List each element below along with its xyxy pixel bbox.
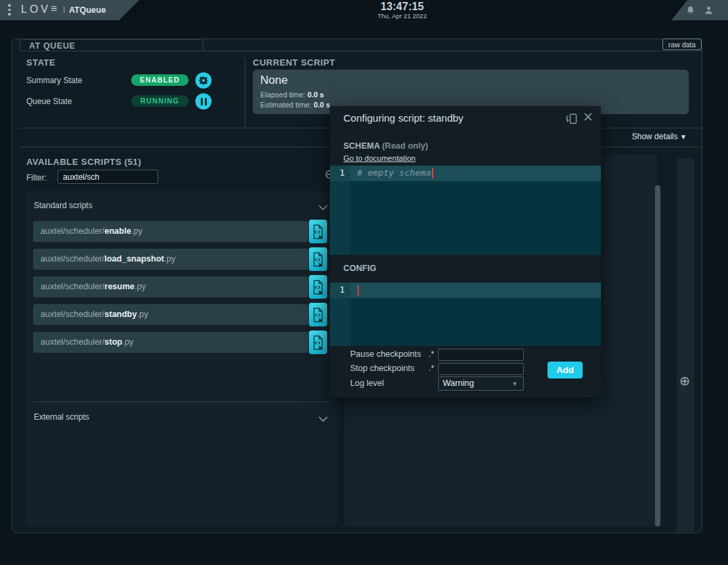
- pause-checkpoints-input[interactable]: [438, 349, 524, 361]
- filter-input[interactable]: [57, 170, 158, 184]
- script-launch-icon: [312, 251, 324, 268]
- launch-script-button[interactable]: [309, 330, 327, 354]
- available-scripts-title: AVAILABLE SCRIPTS (51): [26, 157, 141, 167]
- top-bar-user-area: [671, 0, 728, 20]
- menu-dots-icon[interactable]: [8, 4, 11, 16]
- script-row: auxtel/scheduler/stop.py: [33, 332, 308, 353]
- launch-script-button[interactable]: [309, 303, 327, 326]
- queue-pause-button[interactable]: [195, 93, 212, 109]
- queue-scrollbar[interactable]: [655, 185, 660, 526]
- pause-checkpoints-regex: .*: [429, 349, 434, 359]
- schema-editor[interactable]: 1 # empty schema: [330, 166, 601, 255]
- raw-data-button[interactable]: raw data: [662, 39, 702, 50]
- config-line-number: 1: [330, 282, 350, 298]
- chevron-down-icon: [318, 414, 328, 420]
- clock-date: Thu, Apr 21 2022: [351, 12, 453, 20]
- config-line-text: [350, 282, 601, 298]
- script-row: auxtel/scheduler/enable.py: [33, 221, 308, 242]
- expand-column-icon[interactable]: ⊕: [679, 374, 690, 387]
- launch-script-button[interactable]: [309, 220, 327, 243]
- chevron-down-icon: [318, 203, 328, 208]
- caret-down-icon: ▼: [512, 380, 518, 387]
- logo-e-glyph: ≡: [51, 3, 57, 15]
- gear-icon: [198, 75, 209, 86]
- text-cursor: [358, 285, 359, 295]
- log-level-select[interactable]: Warning ▼: [438, 376, 524, 391]
- standard-scripts-group[interactable]: Standard scripts: [34, 201, 329, 212]
- script-row: auxtel/scheduler/standby.py: [33, 304, 308, 325]
- logo-separator: I: [63, 5, 66, 15]
- script-launch-icon: [312, 307, 324, 323]
- log-level-value: Warning: [443, 378, 474, 388]
- state-section-title: STATE: [26, 57, 55, 68]
- app-title: ATQueue: [69, 5, 106, 15]
- user-account-icon[interactable]: [703, 5, 714, 16]
- current-script-title: CURRENT SCRIPT: [253, 57, 335, 68]
- schema-line-number: 1: [330, 166, 350, 181]
- pause-icon: [201, 98, 207, 105]
- config-section-title: CONFIG: [343, 264, 377, 273]
- queue-state-label: Queue State: [26, 97, 72, 106]
- top-bar: LOV≡ I ATQueue 13:47:15 Thu, Apr 21 2022: [0, 0, 728, 20]
- panel-title: AT QUEUE: [29, 41, 75, 51]
- text-cursor: [432, 168, 433, 178]
- launch-script-button[interactable]: [309, 247, 327, 271]
- panel-header-divider: [20, 51, 702, 51]
- current-script-name: None: [260, 74, 288, 87]
- summary-state-badge: ENABLED: [131, 74, 189, 86]
- stop-checkpoints-regex: .*: [429, 364, 434, 373]
- config-editor-body: [330, 298, 601, 346]
- script-row: auxtel/scheduler/resume.py: [33, 276, 308, 297]
- filter-label: Filter:: [26, 173, 47, 182]
- clock-time: 13:47:15: [351, 1, 453, 12]
- atqueue-app: LOV≡ I ATQueue 13:47:15 Thu, Apr 21 2022…: [0, 0, 728, 565]
- love-logo: LOV≡: [21, 3, 57, 16]
- stop-checkpoints-input[interactable]: [438, 363, 524, 375]
- group-divider: [34, 401, 329, 402]
- close-icon[interactable]: ×: [581, 109, 595, 124]
- config-editor[interactable]: 1: [330, 282, 601, 346]
- external-scripts-group[interactable]: External scripts: [34, 412, 329, 423]
- launch-script-button[interactable]: [309, 275, 327, 299]
- clock: 13:47:15 Thu, Apr 21 2022: [351, 1, 453, 20]
- triangle-down-icon: ▼: [680, 133, 687, 141]
- schema-editor-body: [330, 181, 601, 255]
- notifications-bell-icon[interactable]: [685, 5, 696, 16]
- add-button[interactable]: Add: [548, 362, 583, 378]
- state-divider: [245, 57, 245, 128]
- collapsed-side-column: ⊕: [677, 158, 694, 532]
- detach-icon: [564, 112, 579, 126]
- configure-script-modal: Configuring script: standby × SCHEMA (Re…: [330, 106, 601, 397]
- pause-checkpoints-label: Pause checkpoints: [350, 349, 421, 359]
- detach-panel-button[interactable]: [564, 112, 579, 126]
- log-level-label: Log level: [350, 378, 384, 388]
- script-launch-icon: [312, 224, 324, 240]
- modal-title: Configuring script: standby: [343, 112, 464, 124]
- estimated-time-row: Estimated time: 0.0 s: [260, 101, 330, 109]
- summary-state-gear-button[interactable]: [195, 72, 212, 89]
- schema-line-text: # empty schema: [350, 166, 601, 181]
- schema-editor-active-line: 1 # empty schema: [330, 166, 601, 181]
- script-launch-icon: [312, 335, 324, 351]
- queue-state-badge: RUNNING: [131, 95, 189, 107]
- available-scripts-list: Standard scripts auxtel/scheduler/enable…: [26, 191, 337, 526]
- script-row: auxtel/scheduler/load_snapshot.py: [33, 249, 308, 270]
- stop-checkpoints-label: Stop checkpoints: [350, 364, 414, 373]
- documentation-link[interactable]: Go to documentation: [343, 154, 416, 162]
- panel-title-tab: AT QUEUE: [20, 39, 203, 51]
- schema-readonly-note: (Read only): [382, 141, 428, 151]
- elapsed-time-row: Elapsed time: 0.0 s: [260, 91, 324, 99]
- script-launch-icon: [312, 279, 324, 295]
- schema-section-title: SCHEMA (Read only): [343, 141, 428, 151]
- config-editor-active-line: 1: [330, 282, 601, 298]
- summary-state-label: Summary State: [26, 76, 82, 85]
